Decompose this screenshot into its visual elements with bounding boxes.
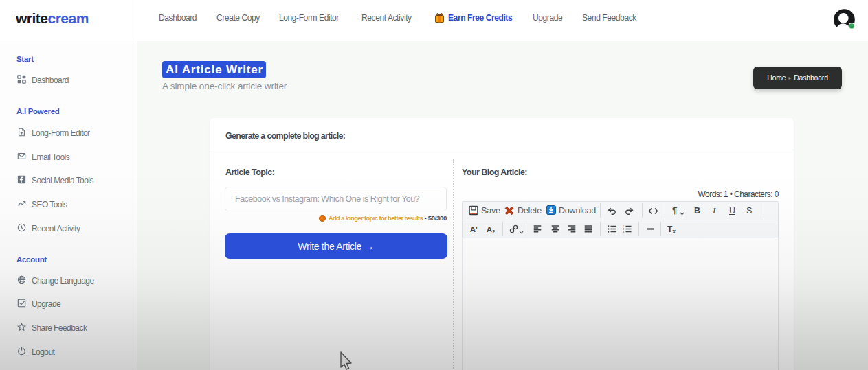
svg-text:3: 3 [623, 231, 624, 233]
